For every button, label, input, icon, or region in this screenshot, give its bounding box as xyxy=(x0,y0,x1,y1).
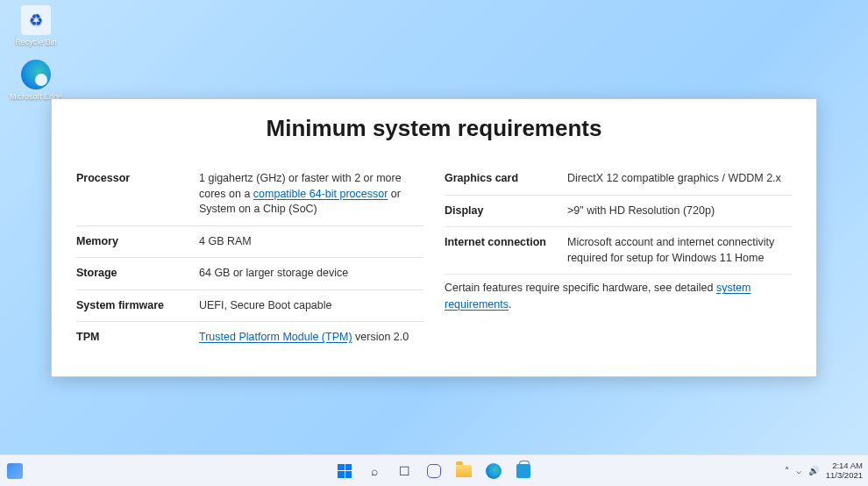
panel-title: Minimum system requirements xyxy=(76,115,792,142)
requirement-row-tpm: TPM Trusted Platform Module (TPM) versio… xyxy=(76,322,423,354)
file-explorer-icon xyxy=(456,465,472,477)
network-icon[interactable]: ⌵ xyxy=(796,466,801,475)
requirement-row-processor: Processor 1 gigahertz (GHz) or faster wi… xyxy=(76,163,423,226)
tray-overflow-button[interactable]: ˄ xyxy=(785,466,789,475)
requirements-footnote: Certain features require specific hardwa… xyxy=(445,275,792,313)
requirement-value: DirectX 12 compatible graphics / WDDM 2.… xyxy=(567,171,792,187)
requirement-label: Internet connection xyxy=(445,235,567,266)
requirements-column-left: Processor 1 gigahertz (GHz) or faster wi… xyxy=(76,163,423,354)
desktop-icon-recycle-bin[interactable]: ♻ Recycle Bin xyxy=(5,5,67,46)
requirement-row-firmware: System firmware UEFI, Secure Boot capabl… xyxy=(76,290,423,323)
requirement-row-memory: Memory 4 GB RAM xyxy=(76,226,423,259)
taskbar-app-explorer[interactable] xyxy=(452,459,476,483)
edge-icon xyxy=(21,60,51,89)
system-requirements-panel: Minimum system requirements Processor 1 … xyxy=(51,98,817,377)
requirement-row-graphics: Graphics card DirectX 12 compatible grap… xyxy=(445,163,792,196)
clock-date: 11/3/2021 xyxy=(826,471,863,480)
requirement-label: TPM xyxy=(76,330,199,346)
requirements-column-right: Graphics card DirectX 12 compatible grap… xyxy=(445,163,792,354)
requirement-row-storage: Storage 64 GB or larger storage device xyxy=(76,258,423,290)
desktop-icon-label: Recycle Bin xyxy=(5,38,67,46)
taskbar: ⌕ ☐ ˄ ⌵ 🔊 2:14 AM 11/3/2021 xyxy=(0,454,868,486)
requirement-label: Storage xyxy=(76,266,199,282)
taskbar-app-chat[interactable] xyxy=(422,459,446,483)
taskbar-system-tray: ˄ ⌵ 🔊 2:14 AM 11/3/2021 xyxy=(785,455,863,486)
start-button[interactable] xyxy=(332,459,357,483)
taskbar-clock[interactable]: 2:14 AM 11/3/2021 xyxy=(826,461,863,480)
volume-icon[interactable]: 🔊 xyxy=(808,466,819,475)
requirement-label: Memory xyxy=(76,234,199,250)
requirement-row-display: Display >9" with HD Resolution (720p) xyxy=(445,196,792,228)
requirement-value: Trusted Platform Module (TPM) version 2.… xyxy=(199,330,423,346)
requirement-row-internet: Internet connection Microsoft account an… xyxy=(445,227,792,275)
search-button[interactable]: ⌕ xyxy=(362,459,387,483)
requirement-label: Graphics card xyxy=(445,171,567,187)
store-icon xyxy=(516,464,530,478)
chat-icon xyxy=(427,464,441,478)
desktop-icon-edge[interactable]: Microsoft Edge xyxy=(5,60,67,101)
taskbar-center: ⌕ ☐ xyxy=(332,459,536,483)
desktop: ♻ Recycle Bin Microsoft Edge Minimum sys… xyxy=(0,0,868,486)
task-view-icon: ☐ xyxy=(399,464,410,478)
search-icon: ⌕ xyxy=(371,464,378,478)
requirement-value: 64 GB or larger storage device xyxy=(199,266,423,282)
requirement-label: Processor xyxy=(76,171,199,218)
requirement-label: System firmware xyxy=(76,298,199,314)
taskbar-app-store[interactable] xyxy=(511,459,536,483)
widgets-icon xyxy=(7,463,23,479)
requirement-label: Display xyxy=(445,204,567,219)
task-view-button[interactable]: ☐ xyxy=(392,459,416,483)
clock-time: 2:14 AM xyxy=(826,461,863,470)
tpm-link[interactable]: Trusted Platform Module (TPM) xyxy=(199,331,352,343)
compatible-processor-link[interactable]: compatible 64-bit processor xyxy=(253,188,388,200)
windows-logo-icon xyxy=(338,464,352,478)
requirement-value: 1 gigahertz (GHz) or faster with 2 or mo… xyxy=(199,171,423,218)
taskbar-app-edge[interactable] xyxy=(481,459,506,483)
requirement-value: 4 GB RAM xyxy=(199,234,423,250)
edge-icon xyxy=(486,463,502,479)
taskbar-widgets-button[interactable] xyxy=(7,455,23,486)
requirement-value: >9" with HD Resolution (720p) xyxy=(567,204,792,219)
requirement-value: UEFI, Secure Boot capable xyxy=(199,298,423,314)
requirement-value: Microsoft account and internet connectiv… xyxy=(567,235,792,266)
recycle-bin-icon: ♻ xyxy=(21,5,51,35)
